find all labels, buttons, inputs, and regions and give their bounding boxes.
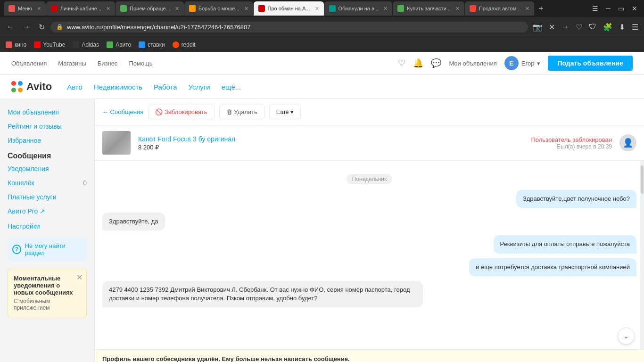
message-row: Реквизиты для оплаты отправьте пожалуйст… (102, 235, 636, 253)
avito-logo[interactable]: Avito (11, 81, 52, 93)
messages-icon[interactable]: 💬 (431, 58, 441, 68)
nav-link-jobs[interactable]: Работа (154, 83, 177, 91)
tab-active-scam[interactable]: Про обман на А... ✕ (254, 1, 324, 16)
nav-link-shops[interactable]: Магазины (58, 60, 86, 67)
nav-link-more[interactable]: ещё... (222, 83, 241, 91)
message-bubble-sent: Реквизиты для оплаты отправьте пожалуйст… (494, 235, 637, 253)
minimize-icon[interactable]: ─ (603, 4, 613, 13)
restore-icon[interactable]: ▭ (615, 4, 627, 13)
sidebar-paid-services[interactable]: Платные услуги (8, 193, 87, 201)
bookmark-avito[interactable]: Авито (107, 41, 131, 48)
back-to-messages-link[interactable]: ← Сообщения (102, 108, 143, 115)
bookmark-reddit[interactable]: reddit (173, 41, 196, 48)
tab-close-icon[interactable]: ✕ (37, 6, 41, 12)
tab-cars[interactable]: Продажа автом... ✕ (465, 1, 534, 16)
my-ads-link[interactable]: Мои объявления (449, 60, 496, 67)
nav-link-services[interactable]: Услуги (189, 83, 210, 91)
tab-complaints[interactable]: Прием обраще... ✕ (116, 1, 184, 16)
logo-dot-green (11, 88, 16, 92)
bookmark-stavki[interactable]: ставки (139, 41, 165, 48)
bookmark-label: Авито (116, 41, 131, 48)
bookmark-adidas[interactable]: Adidas (73, 41, 99, 48)
tab-scammed[interactable]: Обманули на а... ✕ (324, 1, 393, 16)
puzzle-icon[interactable]: 🧩 (601, 21, 614, 33)
scroll-down-button[interactable]: ⌄ (618, 328, 635, 345)
shield-icon[interactable]: 🛡 (587, 21, 598, 33)
logo-text: Avito (26, 81, 52, 93)
nav-link-realty[interactable]: Недвижимость (94, 83, 142, 91)
tab-close-icon[interactable]: ✕ (175, 6, 179, 12)
user-avatar: Е (504, 56, 519, 70)
tab-close-icon[interactable]: ✕ (315, 6, 319, 12)
product-image[interactable] (102, 131, 131, 155)
tab-label: Купить запчасти... (407, 6, 451, 11)
scrollbar-track[interactable] (640, 161, 644, 349)
sidebar-wallet-link[interactable]: Кошелёк (8, 179, 34, 187)
interlocutor-avatar: 👤 (619, 134, 636, 151)
tab-close-icon[interactable]: ✕ (106, 6, 110, 12)
refresh-button[interactable]: ↻ (36, 21, 48, 33)
bookmark-kino[interactable]: кино (6, 41, 26, 48)
tab-close-icon[interactable]: ✕ (244, 6, 248, 12)
blocked-notice: Профиль вашего собеседника удалён. Ему б… (102, 355, 636, 362)
sidebar-settings[interactable]: Настройки (8, 222, 87, 230)
tab-close-icon[interactable]: ✕ (383, 6, 388, 12)
sidebar-ratings[interactable]: Рейтинг и отзывы (8, 123, 87, 130)
product-title[interactable]: Капот Ford Focus 3 бу оригинал (138, 135, 523, 143)
message-row: Здравствуйте, да (102, 213, 636, 230)
notifications-icon[interactable]: 🔔 (413, 58, 423, 68)
forward-button[interactable]: → (20, 21, 33, 33)
nav-link-help[interactable]: Помощь (129, 60, 152, 67)
bookmark-favicon (73, 41, 79, 48)
sidebar-avito-pro[interactable]: Авито Pro ↗ (8, 207, 87, 215)
delete-button[interactable]: 🗑 Удалить (219, 105, 264, 119)
back-button[interactable]: ← (4, 21, 17, 33)
scrollbar-thumb[interactable] (641, 165, 644, 194)
tab-list-icon[interactable]: ☰ (589, 4, 601, 13)
notif-desc: С мобильным приложением (14, 298, 81, 311)
close-window-icon[interactable]: ✕ (629, 4, 640, 13)
new-tab-button[interactable]: + (535, 4, 547, 14)
menu-icon[interactable]: ☰ (630, 21, 640, 33)
favorites-icon[interactable]: ♡ (398, 58, 405, 68)
nav-link-business[interactable]: Бизнес (98, 60, 118, 67)
tab-label: Личный кабине... (60, 6, 101, 11)
message-bubble-sent: и еще потребуется доставка транспортной … (469, 258, 636, 276)
tab-menu[interactable]: Меню ✕ (4, 1, 46, 16)
block-button[interactable]: 🚫 Заблокировать (148, 105, 214, 119)
user-menu[interactable]: Е Егор ▾ (504, 56, 541, 70)
url-input[interactable] (67, 24, 522, 31)
sidebar-help[interactable]: ? Не могу найти раздел (8, 238, 87, 261)
tab-favicon (329, 5, 336, 12)
messages-container[interactable]: Понедельник Здравствуйте,цвет полуночное… (95, 161, 644, 349)
user-last-seen: Был(а) вчера в 20:39 (531, 143, 612, 150)
close-nav-icon[interactable]: ✕ (547, 21, 557, 33)
bookmark-youtube[interactable]: YouTube (34, 41, 65, 48)
download-icon[interactable]: ⬇ (617, 21, 627, 33)
more-button[interactable]: Ещё ▾ (269, 105, 301, 119)
camera-icon[interactable]: 📷 (531, 21, 544, 33)
nav-link-auto[interactable]: Авто (67, 83, 83, 91)
tab-personal[interactable]: Личный кабине... ✕ (46, 1, 115, 16)
tab-parts[interactable]: Купить запчасти... ✕ (393, 1, 464, 16)
address-bar[interactable]: 🔒 (50, 22, 528, 33)
sidebar-favorites[interactable]: Избранное (8, 137, 87, 144)
forward-nav-icon[interactable]: → (560, 21, 571, 33)
day-divider: Понедельник (102, 174, 636, 184)
tab-fraud[interactable]: Борьба с мошe... ✕ (184, 1, 253, 16)
nav-link-ads[interactable]: Объявления (11, 60, 47, 67)
tab-label: Меню (18, 6, 32, 11)
bookmark-label: кино (15, 41, 26, 48)
bookmark-favicon (34, 41, 41, 48)
tab-label: Прием обраще... (130, 6, 170, 11)
notification-box: ✕ Моментальные уведомления о новых сообщ… (8, 269, 87, 317)
notif-close-button[interactable]: ✕ (76, 273, 83, 282)
tab-close-icon[interactable]: ✕ (455, 6, 460, 12)
sidebar-notifications[interactable]: Уведомления (8, 165, 87, 173)
tab-label: Борьба с мошe... (198, 6, 239, 11)
tab-close-icon[interactable]: ✕ (525, 6, 529, 12)
message-bubble-received: Здравствуйте, да (102, 213, 165, 230)
post-ad-button[interactable]: Подать объявление (548, 56, 633, 71)
bookmark-icon[interactable]: ♡ (574, 21, 584, 33)
sidebar-my-ads[interactable]: Мои объявления (8, 108, 87, 116)
